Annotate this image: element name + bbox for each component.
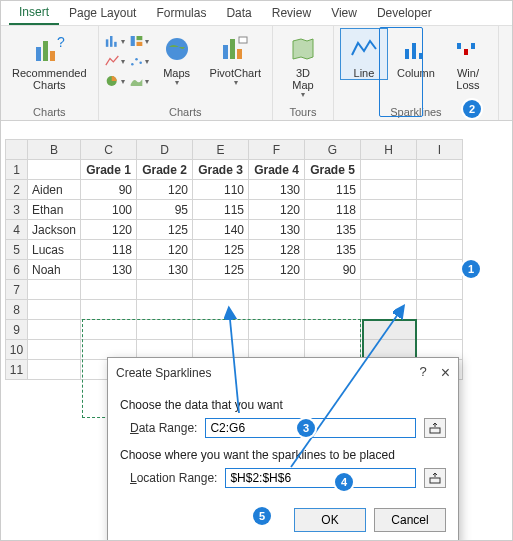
location-range-input[interactable] [225,468,416,488]
cell[interactable]: 125 [193,240,249,260]
pie-chart-icon[interactable]: ▾ [105,72,125,90]
cell[interactable]: 125 [137,220,193,240]
cell[interactable] [417,160,463,180]
cell[interactable]: Aiden [28,180,81,200]
ribbon-tab[interactable]: Review [262,2,321,24]
column-header[interactable]: H [361,140,417,160]
cell[interactable]: Grade 3 [193,160,249,180]
cell[interactable] [249,280,305,300]
row-header[interactable]: 11 [6,360,28,380]
cell[interactable]: 118 [81,240,137,260]
cell[interactable] [361,240,417,260]
cell[interactable] [137,300,193,320]
row-header[interactable]: 4 [6,220,28,240]
surface-chart-icon[interactable]: ▾ [129,72,149,90]
row-header[interactable]: 6 [6,260,28,280]
ribbon-tab[interactable]: Insert [9,1,59,25]
cancel-button[interactable]: Cancel [374,508,446,532]
row-header[interactable]: 5 [6,240,28,260]
cell[interactable]: 130 [249,180,305,200]
column-header[interactable]: F [249,140,305,160]
sparkline-column-button[interactable]: Column [392,28,440,80]
row-header[interactable]: 8 [6,300,28,320]
column-header[interactable]: C [81,140,137,160]
cell[interactable] [361,220,417,240]
cell[interactable]: 140 [193,220,249,240]
column-header[interactable]: I [417,140,463,160]
chart-type-gallery[interactable]: ▾ ▾ ▾ [105,28,125,90]
cell[interactable]: Grade 4 [249,160,305,180]
cell[interactable] [193,300,249,320]
cell[interactable] [361,160,417,180]
sparkline-winloss-button[interactable]: Win/ Loss [444,28,492,92]
cell[interactable] [361,300,417,320]
hierarchy-chart-icon[interactable]: ▾ [129,32,149,50]
cell[interactable]: 95 [137,200,193,220]
pivotchart-button[interactable]: PivotChart▾ [205,28,266,89]
column-header[interactable]: G [305,140,361,160]
cell[interactable]: 100 [81,200,137,220]
row-header[interactable]: 10 [6,340,28,360]
cell[interactable]: Noah [28,260,81,280]
cell[interactable]: 120 [137,240,193,260]
cell[interactable]: 135 [305,220,361,240]
cell[interactable]: 128 [249,240,305,260]
cell[interactable] [417,220,463,240]
cell[interactable] [249,320,305,340]
cell[interactable] [137,320,193,340]
recommended-charts-button[interactable]: ? Recommended Charts [7,28,92,92]
bar-chart-icon[interactable]: ▾ [105,32,125,50]
location-range-picker-button[interactable] [424,468,446,488]
data-range-picker-button[interactable] [424,418,446,438]
cell[interactable] [193,320,249,340]
cell[interactable] [305,280,361,300]
cell[interactable] [361,200,417,220]
cell[interactable] [28,340,81,360]
worksheet[interactable]: BCDEFGHI1Grade 1Grade 2Grade 3Grade 4Gra… [1,139,512,380]
row-header[interactable]: 2 [6,180,28,200]
cell[interactable] [417,300,463,320]
cell[interactable]: Grade 2 [137,160,193,180]
cell[interactable] [28,320,81,340]
cell[interactable] [28,280,81,300]
cell[interactable]: Grade 5 [305,160,361,180]
dialog-help-button[interactable]: ? [419,364,426,382]
row-header[interactable]: 1 [6,160,28,180]
scatter-chart-icon[interactable]: ▾ [129,52,149,70]
cell[interactable]: Jackson [28,220,81,240]
row-header[interactable]: 7 [6,280,28,300]
cell[interactable]: 115 [305,180,361,200]
3d-map-button[interactable]: 3D Map▾ [279,28,327,101]
cell[interactable] [28,360,81,380]
cell[interactable]: 120 [249,260,305,280]
cell[interactable] [28,300,81,320]
cell[interactable] [361,320,417,340]
ribbon-tab[interactable]: View [321,2,367,24]
cell[interactable] [361,260,417,280]
chart-type-gallery-2[interactable]: ▾ ▾ ▾ [129,28,149,90]
ribbon-tab[interactable]: Page Layout [59,2,146,24]
cell[interactable]: 115 [193,200,249,220]
cell[interactable]: 135 [305,240,361,260]
dialog-close-button[interactable]: × [441,364,450,382]
column-header[interactable]: E [193,140,249,160]
ribbon-tab[interactable]: Developer [367,2,442,24]
cell[interactable] [305,320,361,340]
cell[interactable]: Ethan [28,200,81,220]
cell[interactable] [305,300,361,320]
sparkline-line-button[interactable]: Line [340,28,388,80]
cell[interactable] [81,300,137,320]
ribbon-tab[interactable]: Data [216,2,261,24]
row-header[interactable]: 3 [6,200,28,220]
row-header[interactable]: 9 [6,320,28,340]
cell[interactable]: 130 [81,260,137,280]
ok-button[interactable]: OK [294,508,366,532]
cell[interactable] [361,280,417,300]
cell[interactable]: 90 [81,180,137,200]
cell[interactable]: 130 [137,260,193,280]
cell[interactable]: Lucas [28,240,81,260]
cell[interactable] [193,280,249,300]
column-header[interactable]: D [137,140,193,160]
cell[interactable] [417,260,463,280]
cell[interactable] [361,180,417,200]
